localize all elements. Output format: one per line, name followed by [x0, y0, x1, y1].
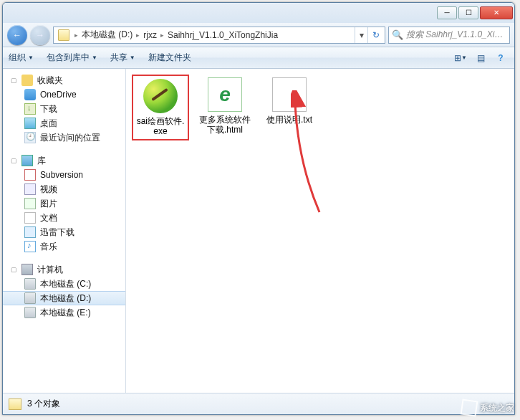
back-button[interactable]: ← — [7, 25, 27, 45]
favorites-icon — [21, 75, 33, 86]
chevron-down-icon: ▼ — [28, 54, 34, 61]
subversion-icon — [24, 169, 36, 181]
file-label: 使用说明.txt — [266, 115, 312, 125]
view-icon: ⊞ — [454, 53, 461, 63]
tree-libraries[interactable]: ▢库 — [3, 153, 125, 168]
desktop-icon — [24, 118, 36, 129]
library-icon — [21, 155, 33, 166]
collapse-icon[interactable]: ▢ — [10, 266, 17, 273]
help-icon: ? — [498, 53, 503, 63]
download-icon — [24, 103, 36, 115]
tree-subversion[interactable]: Subversion — [3, 168, 125, 182]
text-file-icon — [272, 77, 307, 112]
navigation-tree[interactable]: ▢收藏夹 OneDrive 下载 桌面 最近访问的位置 ▢库 Subversio… — [3, 69, 126, 393]
organize-menu[interactable]: 组织 ▼ — [9, 52, 34, 64]
chevron-down-icon: ▾ — [360, 30, 364, 40]
share-menu[interactable]: 共享 ▼ — [110, 52, 135, 64]
computer-icon — [21, 264, 33, 275]
tree-onedrive[interactable]: OneDrive — [3, 87, 125, 102]
tree-drive-c[interactable]: 本地磁盘 (C:) — [3, 277, 125, 291]
search-input[interactable]: 🔍 搜索 Saihhrj_V1.1.0_XiTon... — [388, 27, 510, 44]
chevron-down-icon: ▼ — [461, 54, 467, 61]
title-bar[interactable]: ─ ☐ ✕ — [3, 3, 514, 23]
file-label: 更多系统软件下载.html — [199, 115, 251, 135]
drive-icon — [24, 278, 36, 290]
document-icon — [24, 212, 36, 224]
search-icon: 🔍 — [392, 29, 403, 40]
tree-documents[interactable]: 文档 — [3, 211, 125, 225]
minimize-button[interactable]: ─ — [437, 6, 457, 19]
maximize-icon: ☐ — [466, 9, 472, 16]
recent-icon — [24, 132, 36, 143]
close-icon: ✕ — [493, 9, 499, 16]
new-folder-button[interactable]: 新建文件夹 — [148, 52, 191, 64]
view-options-button[interactable]: ⊞▼ — [453, 52, 468, 65]
html-icon — [208, 77, 242, 112]
refresh-button[interactable]: ↻ — [367, 27, 383, 43]
navigation-bar: ← → ▸ 本地磁盘 (D:) ▸ rjxz ▸ Saihhrj_V1.1.0_… — [3, 23, 514, 47]
status-count: 3 个对象 — [27, 398, 60, 410]
explorer-window: ─ ☐ ✕ ← → ▸ 本地磁盘 (D:) ▸ rjxz ▸ Saihhrj_V… — [2, 2, 515, 415]
tree-pictures[interactable]: 图片 — [3, 196, 125, 211]
collapse-icon[interactable]: ▢ — [10, 157, 17, 164]
file-item-sai-exe[interactable]: sai绘画软件.exe — [132, 75, 189, 140]
address-dropdown[interactable]: ▾ — [355, 27, 367, 43]
tree-downloads[interactable]: 下载 — [3, 102, 125, 116]
arrow-left-icon: ← — [13, 30, 21, 40]
video-icon — [24, 183, 36, 195]
drive-icon — [24, 307, 36, 318]
file-label: sai绘画软件.exe — [136, 116, 185, 136]
chevron-right-icon[interactable]: ▸ — [134, 32, 142, 39]
file-item-html[interactable]: 更多系统软件下载.html — [196, 75, 254, 138]
drive-icon — [24, 292, 36, 304]
tree-video[interactable]: 视频 — [3, 182, 125, 196]
folder-icon — [9, 398, 21, 410]
xunlei-icon — [24, 226, 36, 238]
maximize-button[interactable]: ☐ — [458, 6, 478, 19]
tree-computer[interactable]: ▢计算机 — [3, 262, 125, 277]
minimize-icon: ─ — [444, 9, 449, 16]
preview-icon: ▤ — [477, 53, 485, 63]
toolbar: 组织 ▼ 包含到库中 ▼ 共享 ▼ 新建文件夹 ⊞▼ ▤ ? — [3, 47, 514, 69]
chevron-right-icon[interactable]: ▸ — [158, 32, 166, 39]
help-button[interactable]: ? — [493, 52, 509, 65]
onedrive-icon — [24, 89, 36, 100]
breadcrumb-segment[interactable]: 本地磁盘 (D:) — [80, 29, 134, 41]
collapse-icon[interactable]: ▢ — [10, 77, 17, 84]
file-list[interactable]: sai绘画软件.exe 更多系统软件下载.html 使用说明.txt — [126, 69, 514, 393]
chevron-down-icon: ▼ — [92, 54, 97, 61]
address-bar[interactable]: ▸ 本地磁盘 (D:) ▸ rjxz ▸ Saihhrj_V1.1.0_XiTo… — [53, 27, 385, 44]
close-button[interactable]: ✕ — [480, 6, 513, 19]
music-icon — [24, 241, 36, 252]
tree-drive-e[interactable]: 本地磁盘 (E:) — [3, 305, 125, 320]
status-bar: 3 个对象 — [3, 393, 514, 414]
refresh-icon: ↻ — [372, 30, 380, 40]
tree-xunlei[interactable]: 迅雷下载 — [3, 225, 125, 239]
chevron-down-icon: ▼ — [130, 54, 135, 61]
forward-button[interactable]: → — [30, 25, 50, 45]
tree-music[interactable]: 音乐 — [3, 239, 125, 254]
include-in-library-menu[interactable]: 包含到库中 ▼ — [47, 52, 97, 64]
breadcrumb-segment[interactable]: rjxz — [142, 30, 158, 40]
tree-favorites[interactable]: ▢收藏夹 — [3, 73, 125, 87]
chevron-right-icon[interactable]: ▸ — [72, 32, 80, 39]
preview-pane-button[interactable]: ▤ — [473, 52, 488, 65]
tree-drive-d[interactable]: 本地磁盘 (D:) — [3, 291, 125, 305]
tree-recent[interactable]: 最近访问的位置 — [3, 130, 125, 145]
arrow-right-icon: → — [36, 30, 44, 40]
picture-icon — [24, 198, 36, 209]
folder-icon — [58, 29, 69, 41]
file-item-txt[interactable]: 使用说明.txt — [261, 75, 318, 128]
tree-desktop[interactable]: 桌面 — [3, 116, 125, 130]
breadcrumb-segment[interactable]: Saihhrj_V1.1.0_XiTongZhiJia — [166, 30, 279, 40]
app-icon — [143, 79, 178, 113]
search-placeholder: 搜索 Saihhrj_V1.1.0_XiTon... — [406, 29, 506, 41]
